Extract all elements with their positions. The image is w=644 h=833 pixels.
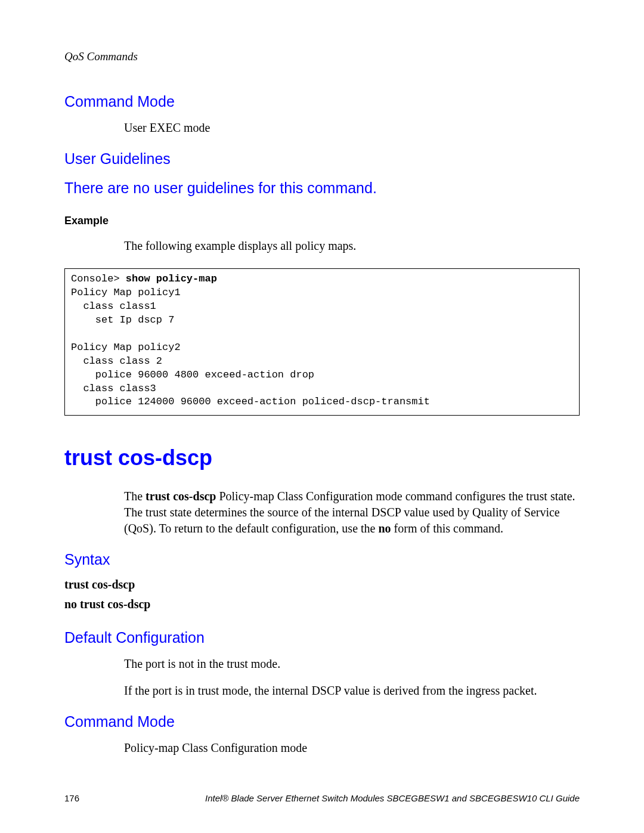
- syntax-line-2: no trust cos-dscp: [64, 597, 580, 611]
- command-mode-2-body: Policy-map Class Configuration mode: [124, 740, 580, 756]
- example-intro: The following example displays all polic…: [124, 238, 580, 254]
- heading-command-mode: Command Mode: [64, 93, 580, 110]
- desc-bold-cmd: trust cos-dscp: [145, 490, 216, 503]
- desc-pre: The: [124, 490, 145, 503]
- code-prompt: Console>: [71, 273, 126, 284]
- default-config-body-1: The port is not in the trust mode.: [124, 656, 580, 672]
- running-header: QoS Commands: [64, 50, 580, 63]
- heading-syntax: Syntax: [64, 551, 580, 568]
- code-command: show policy-map: [126, 273, 217, 284]
- syntax-line-1: trust cos-dscp: [64, 578, 580, 592]
- command-description: The trust cos-dscp Policy-map Class Conf…: [124, 488, 580, 537]
- code-block: Console> show policy-map Policy Map poli…: [64, 268, 580, 416]
- desc-post: form of this command.: [391, 522, 503, 535]
- heading-user-guidelines: User Guidelines: [64, 150, 580, 168]
- footer-doc-title: Intel® Blade Server Ethernet Switch Modu…: [205, 793, 580, 803]
- example-label: Example: [64, 215, 580, 227]
- desc-bold-no: no: [378, 522, 391, 535]
- heading-default-config: Default Configuration: [64, 629, 580, 646]
- command-title: trust cos-dscp: [64, 445, 580, 470]
- user-guidelines-line: There are no user guidelines for this co…: [64, 179, 580, 197]
- command-mode-body: User EXEC mode: [124, 120, 580, 136]
- default-config-body-2: If the port is in trust mode, the intern…: [124, 683, 580, 699]
- document-page: QoS Commands Command Mode User EXEC mode…: [0, 0, 644, 833]
- page-number: 176: [64, 793, 79, 803]
- code-output: Policy Map policy1 class class1 set Ip d…: [71, 287, 430, 408]
- page-footer: 176 Intel® Blade Server Ethernet Switch …: [64, 793, 580, 803]
- heading-command-mode-2: Command Mode: [64, 713, 580, 730]
